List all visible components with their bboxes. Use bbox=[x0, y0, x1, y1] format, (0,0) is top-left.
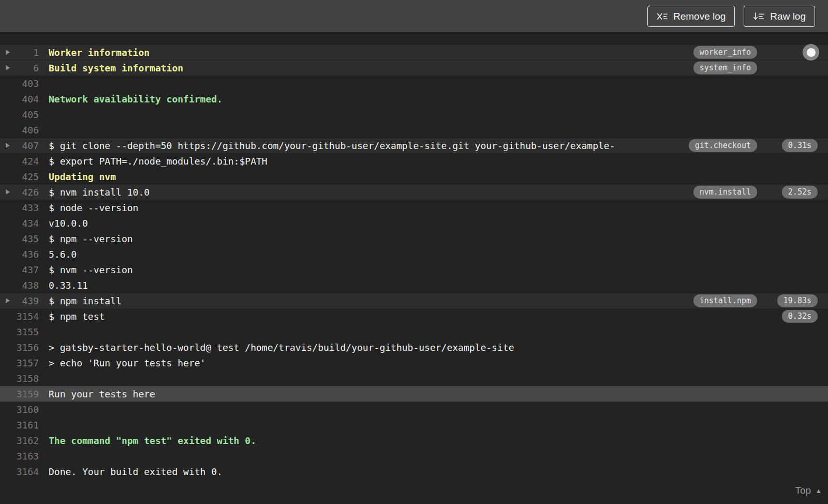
duration-badge: 0.32s bbox=[782, 310, 818, 323]
log-line: 439 $ npm install install.npm 19.83s bbox=[0, 293, 828, 308]
log-line: 3156 > gatsby-starter-hello-world@ test … bbox=[0, 339, 828, 355]
fold-arrow-box bbox=[0, 174, 11, 179]
scroll-indicator-dot bbox=[807, 48, 816, 57]
line-number[interactable]: 407 bbox=[11, 140, 39, 151]
fold-arrow-box bbox=[0, 220, 11, 226]
fold-arrow-icon[interactable] bbox=[6, 50, 10, 55]
log-line: 407 $ git clone --depth=50 https://githu… bbox=[0, 138, 828, 153]
line-number[interactable]: 1 bbox=[11, 47, 39, 58]
raw-log-button[interactable]: Raw log bbox=[744, 6, 815, 27]
line-number[interactable]: 3161 bbox=[11, 420, 39, 431]
line-number[interactable]: 438 bbox=[11, 280, 39, 291]
line-number[interactable]: 3158 bbox=[11, 373, 39, 384]
log-line: 3158 bbox=[0, 370, 828, 386]
fold-arrow-box bbox=[0, 438, 11, 443]
fold-arrow-box bbox=[0, 267, 11, 272]
line-number[interactable]: 426 bbox=[11, 187, 39, 198]
line-number[interactable]: 403 bbox=[11, 78, 39, 89]
log-line: 438 0.33.11 bbox=[0, 277, 828, 293]
fold-arrow-box bbox=[0, 96, 11, 101]
line-number[interactable]: 424 bbox=[11, 156, 39, 167]
fold-arrow-box bbox=[0, 81, 11, 86]
top-link[interactable]: Top ▲ bbox=[795, 485, 822, 496]
log-line: 3164 Done. Your build exited with 0. bbox=[0, 464, 828, 479]
line-number[interactable]: 439 bbox=[11, 295, 39, 306]
log-line: 3154 $ npm test 0.32s bbox=[0, 308, 828, 324]
fold-arrow-icon[interactable] bbox=[6, 298, 10, 303]
duration-badge: 2.52s bbox=[782, 186, 818, 199]
fold-arrow-box bbox=[0, 189, 11, 195]
fold-arrow-box bbox=[0, 158, 11, 164]
job-tag-badge: git.checkout bbox=[689, 139, 757, 152]
log-line: 435 $ npm --version bbox=[0, 231, 828, 246]
scroll-indicator[interactable] bbox=[803, 44, 819, 61]
log-line: 425 Updating nvm bbox=[0, 169, 828, 184]
toolbar: Remove log Raw log bbox=[0, 0, 828, 34]
fold-arrow-box bbox=[0, 391, 11, 396]
fold-arrow-box bbox=[0, 407, 11, 412]
remove-log-label: Remove log bbox=[673, 11, 726, 21]
log-line: 3162 The command "npm test" exited with … bbox=[0, 433, 828, 448]
line-text: Build system information bbox=[49, 63, 750, 73]
line-text: $ npm --version bbox=[49, 233, 750, 244]
raw-log-icon bbox=[753, 12, 764, 21]
fold-arrow-icon[interactable] bbox=[6, 189, 10, 195]
line-number[interactable]: 3157 bbox=[11, 358, 39, 368]
log-line: 434 v10.0.0 bbox=[0, 215, 828, 231]
line-number[interactable]: 6 bbox=[11, 63, 39, 73]
log-line: 436 5.6.0 bbox=[0, 246, 828, 262]
log-line: 437 $ nvm --version bbox=[0, 262, 828, 277]
line-number[interactable]: 3156 bbox=[11, 342, 39, 353]
log-line: 426 $ nvm install 10.0 nvm.install 2.52s bbox=[0, 184, 828, 200]
log-line: 3163 bbox=[0, 448, 828, 464]
line-number[interactable]: 3155 bbox=[11, 327, 39, 337]
line-number[interactable]: 3154 bbox=[11, 311, 39, 322]
fold-arrow-box bbox=[0, 127, 11, 132]
line-text: $ git clone --depth=50 https://github.co… bbox=[49, 140, 750, 151]
line-number[interactable]: 425 bbox=[11, 171, 39, 182]
fold-arrow-box bbox=[0, 205, 11, 210]
line-number[interactable]: 433 bbox=[11, 202, 39, 213]
duration-badge: 0.31s bbox=[782, 139, 818, 152]
line-text: $ node --version bbox=[49, 202, 750, 213]
line-text: Network availability confirmed. bbox=[49, 94, 750, 105]
line-number[interactable]: 436 bbox=[11, 249, 39, 260]
fold-arrow-box bbox=[0, 453, 11, 458]
job-tag-badge: nvm.install bbox=[693, 186, 757, 199]
line-number[interactable]: 3160 bbox=[11, 404, 39, 415]
fold-arrow-box bbox=[0, 50, 11, 55]
log-line: 3157 > echo 'Run your tests here' bbox=[0, 355, 828, 370]
job-tag-badge: install.npm bbox=[693, 294, 757, 307]
line-number[interactable]: 405 bbox=[11, 109, 39, 120]
line-number[interactable]: 434 bbox=[11, 218, 39, 229]
line-number[interactable]: 3159 bbox=[11, 389, 39, 399]
fold-arrow-box bbox=[0, 345, 11, 350]
line-number[interactable]: 435 bbox=[11, 233, 39, 244]
fold-arrow-box bbox=[0, 329, 11, 334]
line-text: $ export PATH=./node_modules/.bin:$PATH bbox=[49, 156, 750, 167]
line-number[interactable]: 3163 bbox=[11, 451, 39, 462]
line-number[interactable]: 404 bbox=[11, 94, 39, 105]
log-container: 1 Worker information worker_info 6 Build… bbox=[0, 34, 828, 502]
top-link-label: Top bbox=[795, 485, 811, 496]
top-arrow-icon: ▲ bbox=[815, 487, 822, 494]
line-text: $ npm test bbox=[49, 311, 750, 322]
fold-arrow-icon[interactable] bbox=[6, 65, 10, 70]
fold-arrow-box bbox=[0, 236, 11, 241]
fold-arrow-box bbox=[0, 112, 11, 117]
log-line: 3159 Run your tests here bbox=[0, 386, 828, 402]
line-text: > gatsby-starter-hello-world@ test /home… bbox=[49, 342, 750, 353]
fold-arrow-icon[interactable] bbox=[6, 143, 10, 148]
log-line: 3161 bbox=[0, 417, 828, 433]
log-lines: 1 Worker information worker_info 6 Build… bbox=[0, 45, 828, 479]
line-number[interactable]: 3162 bbox=[11, 435, 39, 446]
line-number[interactable]: 406 bbox=[11, 125, 39, 136]
line-text: $ nvm install 10.0 bbox=[49, 187, 750, 198]
remove-log-button[interactable]: Remove log bbox=[647, 6, 735, 27]
line-text: 0.33.11 bbox=[49, 280, 750, 291]
fold-arrow-box bbox=[0, 376, 11, 381]
line-number[interactable]: 3164 bbox=[11, 466, 39, 477]
fold-arrow-box bbox=[0, 65, 11, 70]
line-number[interactable]: 437 bbox=[11, 264, 39, 275]
line-text: 5.6.0 bbox=[49, 249, 750, 260]
